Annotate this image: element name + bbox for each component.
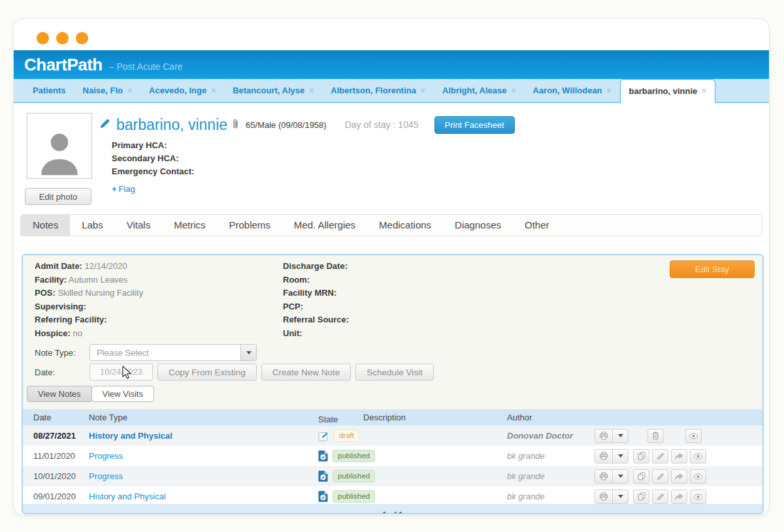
edit-button[interactable] [652, 469, 668, 484]
patient-tab[interactable]: Betancourt, Alyse× [224, 79, 322, 102]
stay-field: Referring Facility: [35, 313, 143, 327]
view-button[interactable] [690, 449, 706, 463]
delete-button[interactable] [647, 429, 664, 443]
row-actions [595, 446, 706, 466]
flag-label: Flag [119, 184, 135, 194]
close-icon[interactable]: × [511, 86, 515, 95]
patient-tab[interactable]: Naise, Flo× [74, 79, 140, 102]
print-menu-button[interactable] [612, 429, 629, 443]
stay-field: Room: [283, 274, 349, 287]
patient-tab[interactable]: Albertson, Florentina× [322, 79, 434, 102]
tab-med-allergies[interactable]: Med. Allergies [282, 215, 367, 236]
plus-icon: + [112, 184, 117, 194]
note-type-link[interactable]: Progress [89, 446, 311, 466]
tab-medications[interactable]: Medications [367, 215, 443, 236]
patient-tab[interactable]: Acevedo, Inge× [140, 79, 224, 102]
close-icon[interactable]: × [607, 86, 612, 95]
print-button[interactable] [595, 429, 613, 443]
schedule-visit-button[interactable]: Schedule Visit [355, 364, 433, 381]
copy-icon [638, 472, 645, 480]
edit-photo-button[interactable]: Edit photo [25, 188, 91, 205]
note-type-link[interactable]: History and Physical [89, 426, 311, 446]
stay-field-label: Referral Source: [283, 315, 349, 324]
tab-problems[interactable]: Problems [217, 215, 282, 236]
close-icon[interactable]: × [309, 86, 314, 95]
patient-tab-label: Naise, Flo [83, 86, 123, 95]
note-date: 11/01/2020 [33, 446, 86, 466]
print-button[interactable] [595, 490, 613, 504]
note-type-select[interactable]: Please Select [90, 344, 257, 361]
eye-icon [689, 433, 698, 439]
print-menu-button[interactable] [612, 449, 629, 463]
view-button[interactable] [690, 490, 706, 504]
pagination-text: 1 of 1 [382, 510, 402, 513]
app-header: ChartPath – Post Acute Care [14, 50, 769, 79]
note-type-link[interactable]: Progress [89, 466, 311, 486]
eye-icon [693, 473, 703, 480]
paperclip-icon[interactable] [231, 118, 240, 132]
column-header-note-type: Note Type [89, 409, 311, 426]
view-button[interactable] [690, 469, 706, 484]
tab-other[interactable]: Other [513, 215, 561, 236]
copy-button[interactable] [633, 490, 649, 504]
print-menu-button[interactable] [612, 469, 629, 484]
patient-demographics: 65/Male (09/08/1958) [246, 120, 327, 130]
view-button[interactable] [685, 429, 702, 443]
close-icon[interactable]: × [702, 86, 706, 95]
print-button[interactable] [595, 449, 613, 463]
patient-tab[interactable]: barbarino, vinnie× [620, 79, 716, 103]
patients-tab[interactable]: Patients [24, 79, 74, 102]
tab-labs[interactable]: Labs [70, 215, 115, 236]
printer-icon [599, 472, 608, 480]
stay-field: Facility MRN: [283, 287, 349, 300]
add-flag-link[interactable]: +Flag [112, 184, 135, 194]
window-dot-icon[interactable] [56, 32, 69, 44]
patient-tab[interactable]: Albright, Alease× [434, 79, 525, 102]
eye-icon [693, 493, 703, 500]
copy-button[interactable] [633, 469, 649, 484]
edit-button[interactable] [652, 490, 668, 504]
print-menu-button[interactable] [612, 490, 629, 504]
note-action-buttons: Copy From ExistingCreate New NoteSchedul… [153, 364, 434, 381]
printer-icon [599, 452, 608, 460]
tab-metrics[interactable]: Metrics [162, 215, 217, 236]
copy-from-existing-button[interactable]: Copy From Existing [157, 364, 257, 381]
close-icon[interactable]: × [127, 86, 132, 95]
patient-tab-label: barbarino, vinnie [629, 86, 698, 96]
view-notes-tab[interactable]: View Notes [27, 386, 92, 402]
tab-notes[interactable]: Notes [21, 215, 70, 236]
forward-button[interactable] [671, 449, 687, 463]
forward-button[interactable] [671, 490, 687, 504]
create-new-note-button[interactable]: Create New Note [261, 364, 351, 381]
table-header: DateNote TypeStateDescriptionAuthor [23, 409, 762, 426]
patient-field-label: Emergency Contact: [112, 166, 194, 176]
forward-icon [675, 493, 683, 500]
stay-field-label: Referring Facility: [35, 315, 107, 324]
window-dot-icon[interactable] [37, 32, 49, 44]
view-visits-tab[interactable]: View Visits [91, 386, 154, 402]
window-dot-icon[interactable] [76, 32, 88, 44]
close-icon[interactable]: × [211, 86, 216, 95]
forward-button[interactable] [671, 469, 687, 484]
copy-button[interactable] [633, 449, 649, 463]
print-button[interactable] [595, 469, 613, 484]
patient-name-row: barbarino, vinnie 65/Male (09/08/1958) D… [99, 114, 515, 135]
edit-icon [657, 473, 664, 480]
chevron-down-icon[interactable] [240, 345, 256, 360]
date-input[interactable]: 10/24/2023 [90, 364, 153, 381]
close-icon[interactable]: × [421, 86, 425, 95]
column-header-date: Date [33, 409, 86, 426]
print-facesheet-button[interactable]: Print Facesheet [434, 116, 515, 134]
edit-stay-button[interactable]: Edit Stay [670, 260, 755, 278]
stay-info-left: Admit Date: 12/14/2020Facility: Autumn L… [35, 260, 143, 340]
patient-tab-label: Albright, Alease [442, 86, 506, 95]
patient-tab[interactable]: Aaron, Willodean× [525, 79, 620, 102]
tab-vitals[interactable]: Vitals [115, 215, 162, 236]
day-of-stay: Day of stay : 1045 [345, 119, 419, 130]
patient-tab-label: Betancourt, Alyse [233, 86, 304, 95]
tab-diagnoses[interactable]: Diagnoses [443, 215, 513, 236]
edit-pencil-icon[interactable] [99, 117, 111, 133]
edit-button[interactable] [652, 449, 668, 463]
notes-panel: Admit Date: 12/14/2020Facility: Autumn L… [22, 254, 764, 514]
status-badge: published [333, 490, 375, 503]
